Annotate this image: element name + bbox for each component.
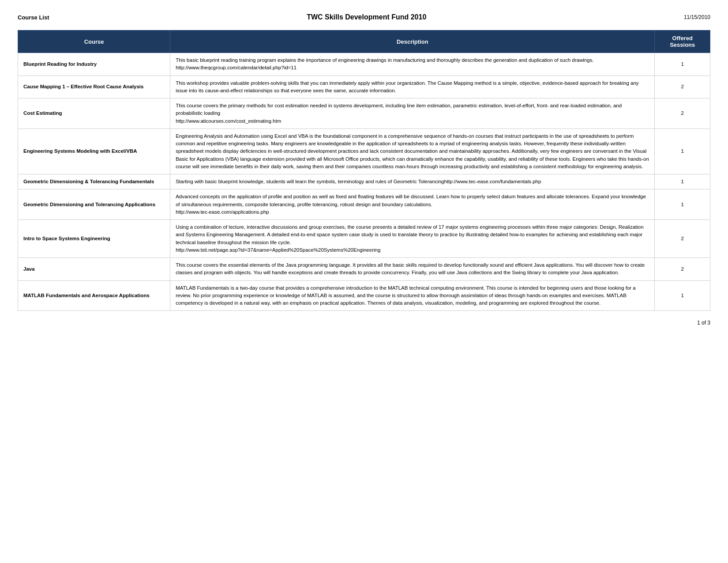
course-name-cell: Geometric Dimensioning and Tolerancing A… bbox=[18, 189, 170, 220]
table-row: Blueprint Reading for IndustryThis basic… bbox=[18, 53, 710, 76]
table-row: Geometric Dimensioning and Tolerancing A… bbox=[18, 189, 710, 220]
course-table: Course Description OfferedSessions Bluep… bbox=[18, 30, 710, 311]
sessions-cell: 2 bbox=[655, 258, 710, 281]
description-cell: Starting with basic blueprint knowledge,… bbox=[170, 174, 655, 189]
sessions-cell: 2 bbox=[655, 76, 710, 98]
description-cell: Engineering Analysis and Automation usin… bbox=[170, 128, 655, 174]
sessions-cell: 2 bbox=[655, 98, 710, 129]
course-name-cell: Cost Estimating bbox=[18, 98, 170, 129]
course-name-cell: Geometric Dimensioning & Tolerancing Fun… bbox=[18, 174, 170, 189]
sessions-cell: 1 bbox=[655, 280, 710, 311]
table-row: Geometric Dimensioning & Tolerancing Fun… bbox=[18, 174, 710, 189]
table-row: JavaThis course covers the essential ele… bbox=[18, 258, 710, 281]
sessions-cell: 1 bbox=[655, 53, 710, 76]
description-cell: This workshop provides valuable problem-… bbox=[170, 76, 655, 98]
course-name-cell: Intro to Space Systems Engineering bbox=[18, 220, 170, 258]
col-header-course: Course bbox=[18, 30, 170, 53]
course-name-cell: Java bbox=[18, 258, 170, 281]
course-name-cell: MATLAB Fundamentals and Aerospace Applic… bbox=[18, 280, 170, 311]
col-header-description: Description bbox=[170, 30, 655, 53]
sessions-cell: 2 bbox=[655, 220, 710, 258]
page-footer: 1 of 3 bbox=[18, 320, 710, 326]
table-row: MATLAB Fundamentals and Aerospace Applic… bbox=[18, 280, 710, 311]
course-name-cell: Cause Mapping 1 – Effective Root Cause A… bbox=[18, 76, 170, 98]
table-row: Cost EstimatingThis course covers the pr… bbox=[18, 98, 710, 129]
table-header-row: Course Description OfferedSessions bbox=[18, 30, 710, 53]
description-cell: This basic blueprint reading training pr… bbox=[170, 53, 655, 76]
table-row: Cause Mapping 1 – Effective Root Cause A… bbox=[18, 76, 710, 98]
header-right: 11/15/2010 bbox=[684, 14, 710, 20]
table-row: Engineering Systems Modeling with Excel/… bbox=[18, 128, 710, 174]
description-cell: MATLAB Fundamentals is a two-day course … bbox=[170, 280, 655, 311]
sessions-cell: 1 bbox=[655, 128, 710, 174]
page-header: Course List TWC Skills Development Fund … bbox=[18, 13, 710, 21]
col-header-offered: OfferedSessions bbox=[655, 30, 710, 53]
sessions-cell: 1 bbox=[655, 189, 710, 220]
description-cell: This course covers the essential element… bbox=[170, 258, 655, 281]
description-cell: Using a combination of lecture, interact… bbox=[170, 220, 655, 258]
course-name-cell: Blueprint Reading for Industry bbox=[18, 53, 170, 76]
description-cell: Advanced concepts on the application of … bbox=[170, 189, 655, 220]
header-center: TWC Skills Development Fund 2010 bbox=[307, 13, 426, 21]
description-cell: This course covers the primary methods f… bbox=[170, 98, 655, 129]
sessions-cell: 1 bbox=[655, 174, 710, 189]
course-name-cell: Engineering Systems Modeling with Excel/… bbox=[18, 128, 170, 174]
table-row: Intro to Space Systems EngineeringUsing … bbox=[18, 220, 710, 258]
page-number: 1 of 3 bbox=[697, 320, 710, 326]
header-left: Course List bbox=[18, 14, 49, 21]
